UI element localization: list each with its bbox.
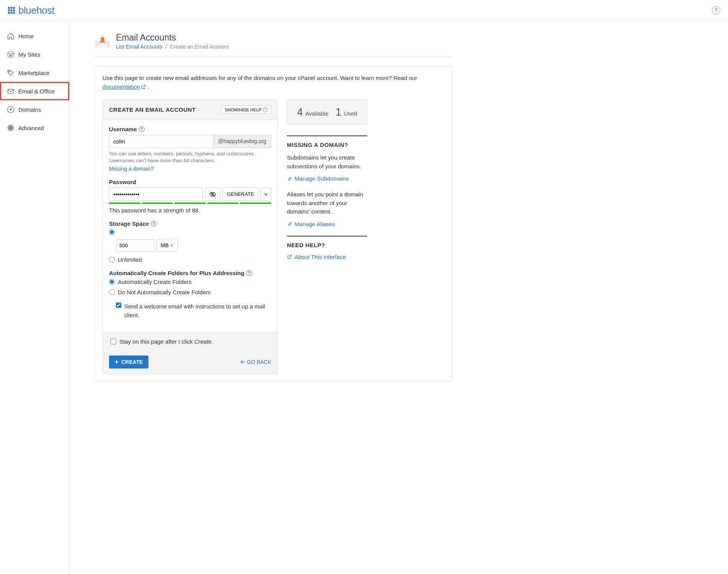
mail-icon <box>7 87 15 95</box>
password-input[interactable] <box>109 188 203 201</box>
breadcrumb-link[interactable]: List Email Accounts <box>116 44 162 50</box>
svg-rect-1 <box>11 7 13 9</box>
storage-limited-radio[interactable] <box>109 229 115 235</box>
folders-label: Automatically Create Folders for Plus Ad… <box>109 270 271 276</box>
password-group: Password GENERATE <box>109 179 271 214</box>
external-link-icon <box>287 254 292 259</box>
arrow-left-icon <box>241 360 245 364</box>
documentation-link[interactable]: documentation <box>103 83 146 90</box>
storage-unlimited-radio[interactable] <box>109 257 115 263</box>
storage-unit-select[interactable]: MB <box>156 239 178 252</box>
svg-rect-8 <box>13 12 15 14</box>
svg-rect-6 <box>8 12 10 14</box>
svg-rect-11 <box>8 89 14 93</box>
sidebar-item-label: Marketplace <box>18 70 50 76</box>
stat-available: 4 Available <box>297 106 328 118</box>
panel-footer: Stay on this page after I click Create. … <box>103 333 277 374</box>
panel-header: CREATE AN EMAIL ACCOUNT SHOW/HIDE HELP ? <box>103 100 277 120</box>
go-back-button[interactable]: GO BACK <box>241 359 271 365</box>
password-label: Password <box>109 179 271 185</box>
svg-rect-0 <box>8 7 10 9</box>
missing-domain-link[interactable]: Missing a domain? <box>109 166 154 172</box>
folders-auto-label: Automatically Create Folders <box>118 279 192 285</box>
plus-icon <box>114 360 119 364</box>
sidebar-item-advanced[interactable]: Advanced <box>0 119 69 137</box>
home-icon <box>7 32 15 40</box>
brand-logo[interactable]: bluehost <box>8 5 54 16</box>
folders-noauto-label: Do Not Automatically Create Folders <box>118 289 211 295</box>
manage-aliases-link[interactable]: Manage Aliases <box>287 221 367 227</box>
brand-name: bluehost <box>18 5 54 16</box>
storage-label: Storage Space ? <box>109 220 271 227</box>
email-accounts-icon <box>94 34 111 49</box>
username-label: Username ? <box>109 126 271 132</box>
app-switcher-icon[interactable] <box>8 7 15 14</box>
help-icon: ? <box>263 107 268 112</box>
intro-text: Use this page to create new email addres… <box>103 74 444 91</box>
stay-checkbox[interactable] <box>111 339 116 344</box>
svg-rect-3 <box>8 10 10 11</box>
svg-rect-4 <box>11 10 13 11</box>
show-hide-help-button[interactable]: SHOW/HIDE HELP ? <box>221 105 271 114</box>
main-content: Email Accounts List Email Accounts / Cre… <box>70 21 452 574</box>
topbar: bluehost ? <box>0 0 728 21</box>
sidebar-item-email-office[interactable]: Email & Office <box>0 82 69 100</box>
about-interface-link[interactable]: About This Interface <box>287 254 367 260</box>
wrench-icon <box>287 176 292 181</box>
subdomains-text: Subdomains let you create subsections of… <box>287 153 367 171</box>
sidebar-item-label: My Sites <box>18 51 41 58</box>
password-strength-text: This password has a strength of 88. <box>109 207 271 214</box>
help-icon[interactable]: ? <box>139 126 145 132</box>
unlimited-label: Unlimited <box>118 256 142 263</box>
generate-password-button[interactable]: GENERATE <box>223 188 258 201</box>
username-group: Username ? @happybluedog.org You can use… <box>109 126 271 172</box>
folders-auto-radio[interactable] <box>109 279 115 285</box>
sidebar-item-label: Email & Office <box>18 88 55 95</box>
svg-point-14 <box>8 127 14 129</box>
need-help-title: NEED HELP? <box>287 242 367 248</box>
chevron-down-icon <box>170 244 173 247</box>
folders-noauto-radio[interactable] <box>109 289 115 295</box>
sidebar-item-label: Domains <box>18 106 41 113</box>
manage-subdomains-link[interactable]: Manage Subdomains <box>287 175 367 182</box>
svg-rect-5 <box>13 10 15 11</box>
welcome-email-checkbox[interactable] <box>116 302 121 308</box>
storage-group: Storage Space ? MB <box>109 220 271 263</box>
password-strength-bar <box>109 202 271 204</box>
atom-icon <box>7 124 15 132</box>
aliases-text: Aliases let you point a domain towards a… <box>287 190 367 216</box>
sidebar-item-mysites[interactable]: My Sites <box>0 45 69 64</box>
help-icon[interactable]: ? <box>151 221 156 227</box>
generate-dropdown-button[interactable] <box>261 188 271 201</box>
sidebar: Home My Sites Marketplace Email & Office… <box>0 21 70 574</box>
wrench-icon <box>287 221 292 227</box>
sidebar-item-home[interactable]: Home <box>0 27 69 45</box>
chevron-down-icon <box>264 192 268 196</box>
svg-rect-2 <box>13 7 15 9</box>
divider <box>287 135 367 136</box>
welcome-email-label: Send a welcome email with instructions t… <box>124 302 271 320</box>
intro-panel: Use this page to create new email addres… <box>94 67 452 382</box>
sidebar-item-domains[interactable]: Domains <box>0 100 69 119</box>
breadcrumb-current: Create an Email Account <box>170 44 229 50</box>
storage-value-input[interactable] <box>116 239 154 252</box>
divider <box>287 236 367 236</box>
username-helper: You can use letters, numbers, periods, h… <box>109 150 271 164</box>
eye-slash-icon <box>209 191 216 198</box>
stat-used: 1 Used <box>335 106 357 118</box>
toggle-visibility-button[interactable] <box>205 188 220 201</box>
stay-label: Stay on this page after I click Create. <box>119 338 213 345</box>
domain-addon: @happybluedog.org <box>213 135 271 148</box>
folders-group: Automatically Create Folders for Plus Ad… <box>109 270 271 320</box>
svg-point-13 <box>10 127 11 128</box>
svg-point-12 <box>8 106 14 113</box>
username-input[interactable] <box>109 135 213 148</box>
help-icon[interactable]: ? <box>712 6 720 15</box>
missing-domain-title: MISSING A DOMAIN? <box>287 142 367 148</box>
breadcrumb: List Email Accounts / Create an Email Ac… <box>116 44 229 50</box>
compass-icon <box>7 106 15 113</box>
create-button[interactable]: CREATE <box>109 355 148 369</box>
tag-icon <box>7 69 15 77</box>
sidebar-item-marketplace[interactable]: Marketplace <box>0 64 69 82</box>
help-icon[interactable]: ? <box>246 270 252 276</box>
